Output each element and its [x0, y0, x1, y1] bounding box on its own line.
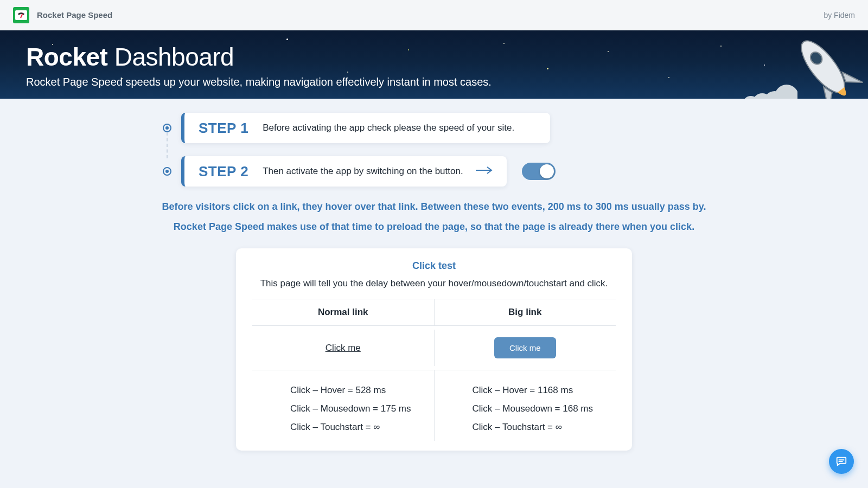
step-row-2: STEP 2 Then activate the app by switchin… — [163, 156, 705, 187]
step-1-text: Before activating the app check please t… — [263, 123, 550, 133]
step-2-label: STEP 2 — [184, 163, 263, 180]
step-bullet-icon — [163, 167, 171, 176]
step-card-2: STEP 2 Then activate the app by switchin… — [181, 156, 507, 187]
vendor-label[interactable]: by Fidem — [824, 11, 855, 20]
hero-banner: Rocket Dashboard Rocket Page Speed speed… — [0, 30, 868, 99]
step-row-1: STEP 1 Before activating the app check p… — [163, 113, 705, 143]
step-1-label: STEP 1 — [184, 120, 263, 137]
step-card-1: STEP 1 Before activating the app check p… — [181, 113, 550, 143]
page-subtitle: Rocket Page Speed speeds up your website… — [26, 76, 842, 88]
column-header-big: Big link — [434, 299, 616, 325]
page-title-bold: Rocket — [26, 43, 107, 71]
step-bullet-icon — [163, 124, 171, 132]
chat-button[interactable] — [829, 449, 854, 474]
chat-icon — [835, 455, 847, 467]
page-title: Rocket Dashboard — [26, 42, 842, 72]
info-text-1: Before visitors click on a link, they ho… — [0, 200, 868, 214]
normal-hover-result: Click – Hover = 528 ms — [290, 381, 434, 400]
svg-point-1 — [764, 91, 786, 99]
normal-link[interactable]: Click me — [326, 343, 361, 354]
activate-toggle[interactable] — [522, 163, 556, 180]
click-test-table: Normal link Big link Click me Click me C… — [252, 299, 616, 441]
normal-results: Click – Hover = 528 ms Click – Mousedown… — [252, 370, 434, 441]
big-link-button[interactable]: Click me — [494, 337, 556, 358]
svg-point-2 — [752, 93, 772, 99]
topbar-left: Rocket Page Speed — [13, 7, 112, 23]
click-test-card: Click test This page will tell you the d… — [236, 248, 632, 451]
svg-point-3 — [743, 96, 759, 99]
column-header-normal: Normal link — [252, 299, 434, 325]
click-test-title: Click test — [252, 260, 616, 272]
topbar: Rocket Page Speed by Fidem — [0, 0, 868, 30]
big-hover-result: Click – Hover = 1168 ms — [473, 381, 616, 400]
big-results: Click – Hover = 1168 ms Click – Mousedow… — [434, 370, 616, 441]
step-2-text: Then activate the app by switching on th… — [263, 166, 475, 177]
big-touchstart-result: Click – Touchstart = ∞ — [473, 418, 616, 436]
page-title-rest: Dashboard — [107, 43, 234, 71]
normal-touchstart-result: Click – Touchstart = ∞ — [290, 418, 434, 436]
arrow-right-icon — [475, 166, 493, 177]
app-name: Rocket Page Speed — [37, 10, 112, 20]
click-test-subtitle: This page will tell you the delay betwee… — [252, 278, 616, 289]
app-logo-icon — [13, 7, 29, 23]
info-text-2: Rocket Page Speed makes use of that time… — [0, 220, 868, 234]
steps-section: STEP 1 Before activating the app check p… — [163, 113, 705, 187]
big-mousedown-result: Click – Mousedown = 168 ms — [473, 400, 616, 418]
normal-mousedown-result: Click – Mousedown = 175 ms — [290, 400, 434, 418]
